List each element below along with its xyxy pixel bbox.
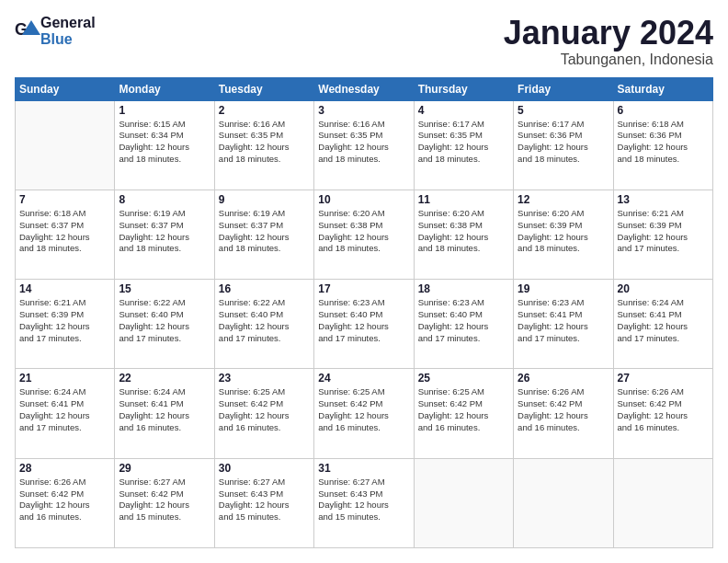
- weekday-header-cell: Sunday: [16, 77, 115, 100]
- day-number: 12: [518, 193, 609, 206]
- day-info: Sunrise: 6:25 AMSunset: 6:42 PMDaylight:…: [219, 386, 310, 433]
- calendar-day-cell: [16, 100, 115, 190]
- day-info: Sunrise: 6:26 AMSunset: 6:42 PMDaylight:…: [618, 386, 709, 433]
- day-number: 13: [618, 193, 709, 206]
- weekday-header-cell: Wednesday: [314, 77, 414, 100]
- calendar-week-row: 21Sunrise: 6:24 AMSunset: 6:41 PMDayligh…: [16, 369, 713, 458]
- day-number: 3: [318, 104, 409, 117]
- day-info: Sunrise: 6:20 AMSunset: 6:39 PMDaylight:…: [518, 208, 609, 255]
- day-info: Sunrise: 6:22 AMSunset: 6:40 PMDaylight:…: [219, 297, 310, 344]
- calendar-day-cell: 8Sunrise: 6:19 AMSunset: 6:37 PMDaylight…: [115, 190, 214, 279]
- weekday-header-cell: Saturday: [613, 77, 712, 100]
- calendar-day-cell: 19Sunrise: 6:23 AMSunset: 6:41 PMDayligh…: [514, 280, 613, 369]
- calendar-day-cell: 21Sunrise: 6:24 AMSunset: 6:41 PMDayligh…: [16, 369, 115, 458]
- calendar-day-cell: 26Sunrise: 6:26 AMSunset: 6:42 PMDayligh…: [514, 369, 613, 458]
- day-info: Sunrise: 6:21 AMSunset: 6:39 PMDaylight:…: [618, 208, 709, 255]
- header: G General Blue January 2024 Tabunganen, …: [15, 15, 713, 68]
- calendar-day-cell: 9Sunrise: 6:19 AMSunset: 6:37 PMDaylight…: [214, 190, 313, 279]
- calendar-day-cell: 7Sunrise: 6:18 AMSunset: 6:37 PMDaylight…: [16, 190, 115, 279]
- day-number: 14: [19, 282, 110, 295]
- weekday-header-cell: Monday: [115, 77, 214, 100]
- day-number: 31: [318, 462, 409, 475]
- calendar-day-cell: 2Sunrise: 6:16 AMSunset: 6:35 PMDaylight…: [214, 100, 313, 190]
- day-number: 22: [119, 372, 210, 385]
- day-info: Sunrise: 6:17 AMSunset: 6:35 PMDaylight:…: [418, 119, 509, 166]
- day-number: 1: [119, 104, 210, 117]
- day-number: 17: [318, 282, 409, 295]
- calendar-body: 1Sunrise: 6:15 AMSunset: 6:34 PMDaylight…: [16, 100, 713, 547]
- calendar-day-cell: 14Sunrise: 6:21 AMSunset: 6:39 PMDayligh…: [16, 280, 115, 369]
- day-info: Sunrise: 6:21 AMSunset: 6:39 PMDaylight:…: [19, 297, 110, 344]
- day-number: 6: [618, 104, 709, 117]
- day-info: Sunrise: 6:18 AMSunset: 6:37 PMDaylight:…: [19, 208, 110, 255]
- calendar-day-cell: [414, 458, 513, 547]
- day-info: Sunrise: 6:26 AMSunset: 6:42 PMDaylight:…: [19, 477, 110, 523]
- calendar-day-cell: 18Sunrise: 6:23 AMSunset: 6:40 PMDayligh…: [414, 280, 513, 369]
- day-number: 18: [418, 282, 509, 295]
- day-info: Sunrise: 6:16 AMSunset: 6:35 PMDaylight:…: [318, 119, 409, 166]
- day-info: Sunrise: 6:25 AMSunset: 6:42 PMDaylight:…: [318, 386, 409, 433]
- calendar-day-cell: [613, 458, 712, 547]
- day-info: Sunrise: 6:27 AMSunset: 6:43 PMDaylight:…: [219, 477, 310, 523]
- logo-line1: General: [40, 15, 96, 31]
- day-info: Sunrise: 6:24 AMSunset: 6:41 PMDaylight:…: [119, 386, 210, 433]
- calendar-week-row: 28Sunrise: 6:26 AMSunset: 6:42 PMDayligh…: [16, 458, 713, 547]
- day-number: 9: [219, 193, 310, 206]
- calendar-day-cell: 1Sunrise: 6:15 AMSunset: 6:34 PMDaylight…: [115, 100, 214, 190]
- day-info: Sunrise: 6:16 AMSunset: 6:35 PMDaylight:…: [219, 119, 310, 166]
- logo-icon: G: [15, 18, 40, 44]
- day-info: Sunrise: 6:23 AMSunset: 6:40 PMDaylight:…: [318, 297, 409, 344]
- calendar-day-cell: 29Sunrise: 6:27 AMSunset: 6:42 PMDayligh…: [115, 458, 214, 547]
- calendar-day-cell: 22Sunrise: 6:24 AMSunset: 6:41 PMDayligh…: [115, 369, 214, 458]
- day-number: 21: [19, 372, 110, 385]
- day-number: 15: [119, 282, 210, 295]
- day-number: 8: [119, 193, 210, 206]
- calendar-week-row: 14Sunrise: 6:21 AMSunset: 6:39 PMDayligh…: [16, 280, 713, 369]
- calendar-week-row: 1Sunrise: 6:15 AMSunset: 6:34 PMDaylight…: [16, 100, 713, 190]
- day-number: 10: [318, 193, 409, 206]
- day-info: Sunrise: 6:17 AMSunset: 6:36 PMDaylight:…: [518, 119, 609, 166]
- calendar-day-cell: 12Sunrise: 6:20 AMSunset: 6:39 PMDayligh…: [514, 190, 613, 279]
- title-section: January 2024 Tabunganen, Indonesia: [504, 15, 713, 68]
- day-info: Sunrise: 6:19 AMSunset: 6:37 PMDaylight:…: [219, 208, 310, 255]
- calendar-day-cell: 16Sunrise: 6:22 AMSunset: 6:40 PMDayligh…: [214, 280, 313, 369]
- calendar-day-cell: 13Sunrise: 6:21 AMSunset: 6:39 PMDayligh…: [613, 190, 712, 279]
- day-number: 30: [219, 462, 310, 475]
- calendar-day-cell: 5Sunrise: 6:17 AMSunset: 6:36 PMDaylight…: [514, 100, 613, 190]
- day-number: 25: [418, 372, 509, 385]
- day-info: Sunrise: 6:27 AMSunset: 6:43 PMDaylight:…: [318, 477, 409, 523]
- day-number: 19: [518, 282, 609, 295]
- calendar-day-cell: 23Sunrise: 6:25 AMSunset: 6:42 PMDayligh…: [214, 369, 313, 458]
- day-number: 29: [119, 462, 210, 475]
- day-info: Sunrise: 6:15 AMSunset: 6:34 PMDaylight:…: [119, 119, 210, 166]
- calendar-day-cell: 27Sunrise: 6:26 AMSunset: 6:42 PMDayligh…: [613, 369, 712, 458]
- logo: G General Blue: [15, 15, 96, 47]
- day-number: 23: [219, 372, 310, 385]
- day-info: Sunrise: 6:19 AMSunset: 6:37 PMDaylight:…: [119, 208, 210, 255]
- day-number: 7: [19, 193, 110, 206]
- calendar-day-cell: 28Sunrise: 6:26 AMSunset: 6:42 PMDayligh…: [16, 458, 115, 547]
- calendar-day-cell: 6Sunrise: 6:18 AMSunset: 6:36 PMDaylight…: [613, 100, 712, 190]
- day-info: Sunrise: 6:25 AMSunset: 6:42 PMDaylight:…: [418, 386, 509, 433]
- day-info: Sunrise: 6:22 AMSunset: 6:40 PMDaylight:…: [119, 297, 210, 344]
- calendar-day-cell: 4Sunrise: 6:17 AMSunset: 6:35 PMDaylight…: [414, 100, 513, 190]
- day-number: 26: [518, 372, 609, 385]
- calendar-day-cell: [514, 458, 613, 547]
- day-info: Sunrise: 6:24 AMSunset: 6:41 PMDaylight:…: [618, 297, 709, 344]
- day-number: 28: [19, 462, 110, 475]
- day-number: 4: [418, 104, 509, 117]
- day-info: Sunrise: 6:24 AMSunset: 6:41 PMDaylight:…: [19, 386, 110, 433]
- day-info: Sunrise: 6:23 AMSunset: 6:41 PMDaylight:…: [518, 297, 609, 344]
- day-number: 11: [418, 193, 509, 206]
- weekday-header: SundayMondayTuesdayWednesdayThursdayFrid…: [16, 77, 713, 100]
- day-number: 5: [518, 104, 609, 117]
- calendar-week-row: 7Sunrise: 6:18 AMSunset: 6:37 PMDaylight…: [16, 190, 713, 279]
- day-info: Sunrise: 6:23 AMSunset: 6:40 PMDaylight:…: [418, 297, 509, 344]
- day-info: Sunrise: 6:18 AMSunset: 6:36 PMDaylight:…: [618, 119, 709, 166]
- logo-line2: Blue: [40, 31, 96, 48]
- day-number: 2: [219, 104, 310, 117]
- day-number: 16: [219, 282, 310, 295]
- calendar-title: January 2024: [504, 15, 713, 52]
- day-number: 20: [618, 282, 709, 295]
- calendar-day-cell: 31Sunrise: 6:27 AMSunset: 6:43 PMDayligh…: [314, 458, 414, 547]
